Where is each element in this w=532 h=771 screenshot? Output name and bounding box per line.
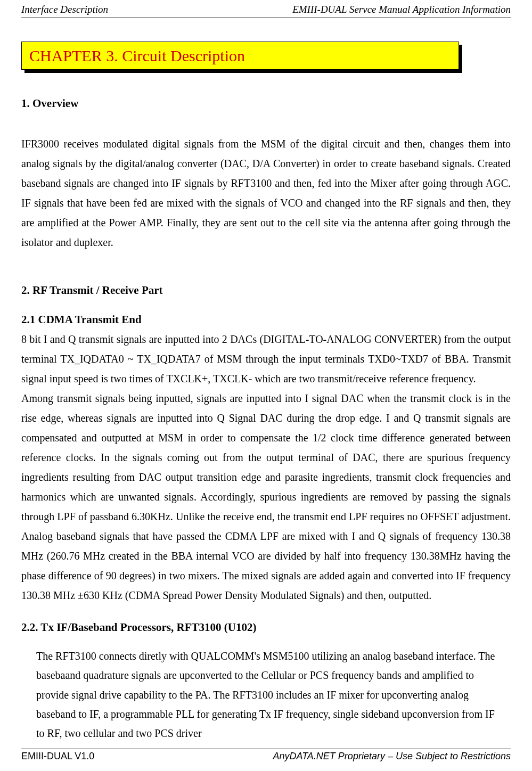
chapter-title-container: CHAPTER 3. Circuit Description	[21, 42, 459, 70]
section-2-2-body: The RFT3100 connects diretly with QUALCO…	[36, 646, 505, 743]
section-1-title: 1. Overview	[21, 96, 511, 111]
header-left: Interface Description	[21, 3, 108, 17]
section-2-1-body-para2: Among transmit signals being inputted, s…	[21, 389, 511, 605]
header-right: EMIII-DUAL Servce Manual Application Inf…	[292, 3, 511, 17]
page-footer: EMIII-DUAL V1.0 AnyDATA.NET Proprietary …	[21, 749, 511, 762]
footer-left: EMIII-DUAL V1.0	[21, 750, 94, 762]
section-2-1-title: 2.1 CDMA Transmit End	[21, 313, 511, 327]
section-2-2-body-wrap: The RFT3100 connects diretly with QUALCO…	[21, 646, 511, 743]
page-header: Interface Description EMIII-DUAL Servce …	[21, 0, 511, 18]
section-2-title: 2. RF Transmit / Receive Part	[21, 283, 511, 298]
section-1-body: IFR3000 receives modulated digital signa…	[21, 134, 511, 252]
footer-right: AnyDATA.NET Proprietary – Use Subject to…	[273, 750, 511, 762]
section-2-1-body-para1: 8 bit I and Q transmit signals are input…	[21, 330, 511, 389]
chapter-title-text: CHAPTER 3. Circuit Description	[29, 47, 245, 64]
chapter-title-box: CHAPTER 3. Circuit Description	[21, 42, 459, 70]
section-2-2-title: 2.2. Tx IF/Baseband Processors, RFT3100 …	[21, 620, 511, 635]
